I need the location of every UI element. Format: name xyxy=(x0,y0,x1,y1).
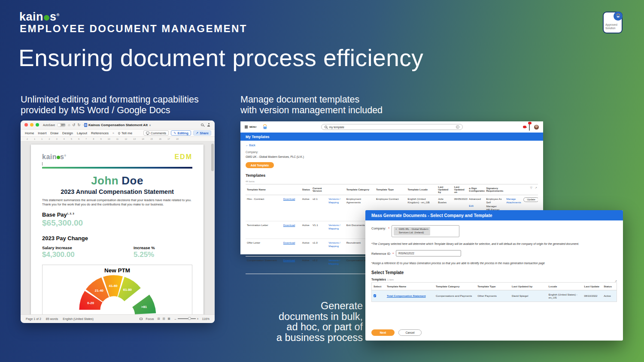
maximize-window-button[interactable] xyxy=(36,123,39,127)
versions-mapping-link[interactable]: Versions / Mapping xyxy=(328,197,340,204)
tab-layout[interactable]: Layout xyxy=(77,131,87,135)
word-count[interactable]: 85 words xyxy=(46,317,58,320)
reference-label: Reference ID xyxy=(371,250,390,256)
template-name-link[interactable]: Total Compensation Statement xyxy=(387,294,426,297)
select-template-heading: Select Template xyxy=(371,270,617,275)
col-template-type[interactable]: Template Type xyxy=(476,282,510,290)
modal-templates-label: Templates xyxy=(371,278,386,281)
download-link[interactable]: Download xyxy=(283,259,295,262)
document-title[interactable]: Kainos Compensation Statement Alt∨ xyxy=(84,123,151,127)
expand-table-icon[interactable]: ↗ xyxy=(614,280,617,283)
clear-search-icon[interactable]: × xyxy=(456,125,459,129)
esign-edit-link[interactable]: Edit xyxy=(469,204,483,208)
comments-button[interactable]: Comments xyxy=(143,130,169,136)
col-last-updated-by[interactable]: Last Updated by xyxy=(437,184,453,195)
col-signatory[interactable]: Signatory Requirements xyxy=(485,184,505,195)
home-icon[interactable]: ⌂ xyxy=(68,123,70,127)
reference-note: *Assign a reference ID to your Mass Gene… xyxy=(371,262,617,265)
tab-draw[interactable]: Draw xyxy=(50,131,58,135)
tab-references[interactable]: References xyxy=(91,131,109,135)
versions-mapping-link[interactable]: Versions / Mapping xyxy=(328,223,340,230)
tab-overflow-icon[interactable]: » xyxy=(112,132,114,135)
view-switcher-icons[interactable]: ▤ ▥ ▦ xyxy=(158,317,171,320)
download-link[interactable]: Download xyxy=(283,241,295,244)
profile-avatar[interactable] xyxy=(534,125,539,130)
zoom-out-button[interactable]: – xyxy=(175,317,176,320)
minimize-window-button[interactable] xyxy=(30,123,33,127)
reference-id-input[interactable]: RISING2022 xyxy=(396,250,461,256)
back-arrow-icon: ← xyxy=(246,144,249,147)
back-link[interactable]: ← Back xyxy=(246,144,538,147)
col-template-name[interactable]: Template Name xyxy=(246,184,282,195)
row-checkbox[interactable]: ✓ xyxy=(374,294,376,297)
download-link[interactable]: Download xyxy=(283,197,295,200)
versions-mapping-link[interactable]: Versions / Mapping xyxy=(328,241,340,247)
global-search-input[interactable]: my template× xyxy=(321,124,463,130)
expand-table-icon[interactable]: ↗ xyxy=(535,186,538,189)
cell-version: v2.1 xyxy=(311,195,327,221)
tab-design[interactable]: Design xyxy=(62,131,73,135)
document-page[interactable]: kains® EDM JohnDoe 2023 Annual Compensat… xyxy=(31,145,204,314)
update-button[interactable]: Update xyxy=(523,197,538,202)
versions-mapping-link[interactable]: Versions / Mapping xyxy=(328,259,340,265)
tell-me-control[interactable]: Tell me xyxy=(118,131,132,135)
editing-mode-button[interactable]: ✎Editing xyxy=(171,130,191,136)
zoom-track[interactable] xyxy=(178,318,196,319)
col-status[interactable]: Status xyxy=(301,184,311,195)
inbox-button[interactable] xyxy=(529,123,530,131)
cell-name: Hire - Contract xyxy=(246,195,282,221)
manage-attachments-link[interactable]: Manage Attachments xyxy=(506,197,521,204)
document-scrollbar[interactable] xyxy=(211,144,214,171)
employee-last-name: Doe xyxy=(122,174,143,187)
pay-change-row: Salary Increase $4,300.00 Increase % 5.2… xyxy=(42,245,192,259)
col-esign[interactable]: e-Sign Configuration xyxy=(468,184,485,195)
company-field-row: Company: * ×GMS IRL - Global ModernServi… xyxy=(371,225,617,237)
col-last-updated-on[interactable]: Last Updated on xyxy=(453,184,468,195)
remove-chip-icon[interactable]: × xyxy=(395,228,397,235)
language-indicator[interactable]: English (United States) xyxy=(63,317,94,320)
next-button[interactable]: Next xyxy=(371,329,395,336)
share-button[interactable]: ↗Share xyxy=(193,130,211,136)
col-last-updated-by[interactable]: Last Updated by xyxy=(510,282,547,290)
cell-name: Compensation Statement xyxy=(246,256,282,274)
col-status[interactable]: Status xyxy=(602,282,617,290)
menu-button[interactable]: MENU xyxy=(245,126,256,128)
col-last-update[interactable]: Last Update xyxy=(583,282,602,290)
company-chip[interactable]: ×GMS IRL - Global ModernServices Ltd. (I… xyxy=(394,227,430,235)
col-template-category[interactable]: Template Category xyxy=(434,282,476,290)
modal-template-table: Select Template Name Template Category T… xyxy=(371,282,617,302)
share-people-icon[interactable] xyxy=(207,123,210,127)
col-current-version[interactable]: Current Version xyxy=(311,184,327,195)
col-template-name[interactable]: Template Name xyxy=(385,282,434,290)
modal-templates-count: Templates1 item xyxy=(371,278,617,281)
page-indicator[interactable]: Page 1 of 2 xyxy=(26,317,41,320)
statement-intro: This statement summarizes the annual com… xyxy=(42,198,192,207)
undo-icon[interactable]: ↺ xyxy=(72,123,75,127)
redo-icon[interactable]: ↻ xyxy=(77,123,80,127)
company-select-field[interactable]: ×GMS IRL - Global ModernServices Ltd. (I… xyxy=(392,225,459,237)
increase-pct-label: Increase % xyxy=(134,245,155,250)
increase-pct-block: Increase % 5.25% xyxy=(134,245,155,259)
col-locale[interactable]: Locale xyxy=(547,282,583,290)
search-icon[interactable] xyxy=(201,124,204,126)
tab-home[interactable]: Home xyxy=(25,131,34,135)
autosave-toggle[interactable]: OFF xyxy=(57,123,66,127)
zoom-slider[interactable]: –+ xyxy=(175,317,199,320)
zoom-in-button[interactable]: + xyxy=(197,317,199,320)
increase-pct-value: 5.25% xyxy=(134,250,155,259)
cancel-button[interactable]: Cancel xyxy=(398,329,422,336)
workday-logo-icon[interactable]: w xyxy=(263,124,267,130)
zoom-thumb[interactable] xyxy=(188,317,191,320)
cell-status: Active xyxy=(301,238,311,256)
zoom-level[interactable]: 116% xyxy=(202,317,210,320)
download-link[interactable]: Download xyxy=(283,223,295,226)
col-template-category[interactable]: Template Category xyxy=(345,184,375,195)
tab-insert[interactable]: Insert xyxy=(38,131,46,135)
focus-label[interactable]: Focus xyxy=(146,317,154,320)
filter-icon[interactable]: ▽ xyxy=(530,186,533,189)
close-window-button[interactable] xyxy=(24,123,28,127)
cell-name: Offer Letter xyxy=(246,238,282,256)
col-template-type[interactable]: Template Type xyxy=(375,184,406,195)
col-template-locale[interactable]: Template Locale xyxy=(407,184,437,195)
add-template-button[interactable]: Add Template xyxy=(246,162,274,168)
